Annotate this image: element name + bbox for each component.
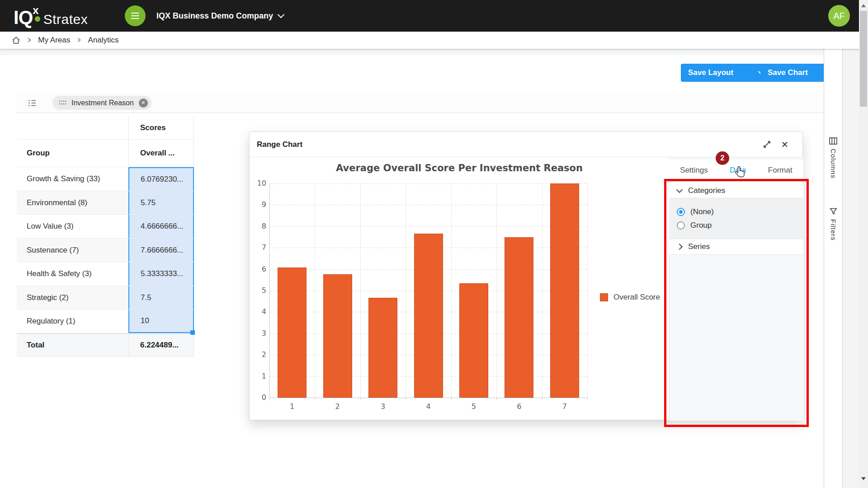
active-tab-underline — [719, 179, 757, 180]
drag-handle-icon — [59, 100, 66, 105]
logo-text-x: x — [33, 4, 38, 16]
bar[interactable] — [459, 283, 488, 398]
total-value: 6.224489... — [128, 334, 194, 357]
group-cell[interactable]: Health & Safety (3) — [17, 262, 128, 286]
value-cell[interactable]: 7.6666666... — [128, 239, 194, 262]
chip-remove-icon[interactable]: ✕ — [139, 99, 148, 108]
hamburger-menu-button[interactable] — [125, 5, 146, 26]
y-axis-tick-label: 8 — [250, 222, 266, 230]
bar[interactable] — [278, 267, 307, 398]
group-cell[interactable]: Regulatory (1) — [17, 310, 128, 333]
columns-panel-toggle[interactable]: Columns — [824, 137, 842, 178]
columns-label: Columns — [830, 149, 837, 178]
app-window: IQxStratex IQX Business Demo Company AF … — [0, 0, 868, 488]
value-cell[interactable]: 7.5 — [128, 286, 194, 309]
breadcrumb-separator: > — [28, 36, 31, 44]
y-axis-tick-label: 5 — [250, 286, 266, 295]
expand-icon[interactable] — [761, 139, 773, 150]
radio-unselected-icon[interactable] — [677, 221, 685, 230]
radio-label: (None) — [690, 207, 714, 216]
step-badge: 2 — [716, 151, 729, 165]
y-axis-tick-label: 6 — [250, 265, 266, 273]
filter-icon — [830, 208, 837, 215]
bar[interactable] — [323, 274, 352, 398]
x-axis-category-label: 3 — [369, 402, 396, 411]
group-cell[interactable]: Environmental (8) — [17, 191, 128, 214]
group-cell[interactable]: Strategic (2) — [17, 286, 128, 309]
column-header-group[interactable]: Group — [17, 140, 128, 167]
table-row: Environmental (8)5.75 — [17, 191, 194, 215]
scroll-down-arrow[interactable] — [861, 477, 866, 480]
category-options: (None)Group — [669, 198, 803, 239]
table-row: Health & Safety (3)5.3333333... — [17, 262, 194, 286]
selection-fill-handle[interactable] — [190, 330, 195, 335]
value-cell[interactable]: 10 — [128, 310, 194, 333]
scrollbar-thumb[interactable] — [860, 11, 867, 107]
breadcrumb-analytics[interactable]: Analytics — [88, 36, 119, 45]
x-axis-category-label: 5 — [460, 402, 487, 411]
group-cell[interactable]: Growth & Saving (33) — [17, 167, 128, 191]
scroll-up-arrow[interactable] — [861, 4, 866, 7]
x-axis-line — [269, 398, 587, 398]
tab-format[interactable]: Format — [768, 166, 793, 175]
y-axis-line — [269, 183, 270, 398]
table-row: Regulatory (1)10 — [17, 310, 194, 333]
bar[interactable] — [505, 237, 533, 398]
right-gutter — [843, 49, 859, 488]
bar[interactable] — [414, 234, 443, 398]
company-selector[interactable]: IQX Business Demo Company — [156, 0, 283, 32]
table-row: Sustenance (7)7.6666666... — [17, 239, 194, 262]
hamburger-icon — [131, 13, 139, 21]
radio-option-group[interactable]: Group — [677, 221, 803, 230]
chevron-right-icon — [676, 244, 683, 250]
gridline-v — [542, 183, 542, 398]
value-cell[interactable]: 5.3333333... — [128, 262, 194, 286]
y-axis-tick-label: 0 — [250, 393, 266, 402]
group-cell[interactable]: Low Value (3) — [17, 215, 128, 238]
y-axis-tick-label: 10 — [250, 179, 266, 188]
home-icon[interactable] — [12, 36, 20, 44]
chevron-down-icon — [278, 11, 285, 19]
grid-side-rail: Columns Filters — [824, 49, 843, 488]
group-chip-investment-reason[interactable]: Investment Reason ✕ — [52, 96, 151, 110]
categories-section-header[interactable]: Categories — [669, 183, 803, 198]
tab-data[interactable]: Data — [730, 166, 746, 175]
column-header-overall[interactable]: Overall ... — [128, 140, 194, 167]
radio-selected-icon[interactable] — [677, 208, 685, 216]
value-cell[interactable]: 6.0769230... — [128, 167, 194, 191]
range-chart-dialog: Range Chart ✕ Average Overall Score Per … — [249, 131, 803, 420]
value-cell[interactable]: 4.6666666... — [128, 215, 194, 238]
pivot-group-bar: Investment Reason ✕ — [17, 93, 824, 113]
gridline-v — [451, 183, 452, 398]
legend-swatch[interactable] — [600, 293, 608, 301]
panel-tabs: Settings Data Format — [669, 160, 803, 180]
filters-panel-toggle[interactable]: Filters — [824, 208, 842, 241]
value-cell[interactable]: 5.75 — [128, 191, 194, 214]
content-divider-band — [0, 49, 859, 55]
gridline-h — [269, 183, 587, 184]
x-axis-category-label: 6 — [505, 402, 533, 411]
column-header-row: Group Overall ... — [17, 140, 194, 167]
gridline-v — [315, 183, 315, 398]
chart-title: Average Overall Score Per Investment Rea… — [250, 163, 669, 174]
vertical-scrollbar[interactable] — [859, 0, 868, 488]
breadcrumb-my-areas[interactable]: My Areas — [38, 36, 70, 45]
bar[interactable] — [550, 183, 579, 398]
legend-label: Overall Score — [613, 293, 660, 302]
iqx-stratex-logo: IQxStratex — [14, 4, 88, 28]
group-cell[interactable]: Sustenance (7) — [17, 239, 128, 262]
pivot-table: Scores Group Overall ... Growth & Saving… — [17, 116, 194, 357]
chart-legend: Overall Score — [600, 293, 660, 302]
categories-label: Categories — [688, 186, 725, 195]
bar[interactable] — [368, 298, 397, 398]
close-icon[interactable]: ✕ — [779, 139, 791, 150]
radio-option-none[interactable]: (None) — [677, 207, 803, 216]
tab-settings[interactable]: Settings — [680, 166, 708, 175]
user-avatar[interactable]: AF — [828, 5, 850, 27]
chip-label: Investment Reason — [71, 99, 134, 107]
row-groups-icon[interactable] — [27, 99, 37, 108]
company-name: IQX Business Demo Company — [156, 11, 273, 21]
save-layout-button[interactable]: Save Layout — [681, 64, 771, 82]
series-section-header[interactable]: Series — [669, 239, 803, 255]
scores-group-header-row: Scores — [17, 116, 194, 140]
